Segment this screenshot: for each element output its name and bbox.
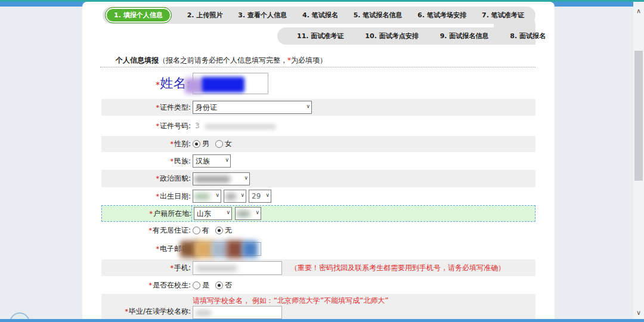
id-number-label: *证件号码:	[101, 121, 191, 131]
form-row-is-student: *是否在校生: 是 否	[101, 277, 535, 293]
redaction-blob	[185, 78, 203, 94]
id-number-value: 3	[195, 122, 200, 130]
student-yes-option: 是	[202, 280, 209, 290]
school-name-hint: 请填写学校全名， 例如：“北京师范大学”不能填写成“北师大”	[193, 296, 389, 305]
chevron-down-icon: ∨	[215, 192, 219, 198]
name-label: *姓名:	[101, 75, 191, 92]
scrollbar-thumb[interactable]	[634, 51, 643, 181]
form-title-main: 个人信息填报	[116, 56, 159, 64]
bottom-accent-bar	[0, 319, 644, 322]
student-no-radio[interactable]	[215, 281, 223, 289]
school-name-input[interactable]	[193, 306, 282, 319]
political-select[interactable]: ∨	[193, 172, 250, 185]
permit-yes-radio[interactable]	[193, 227, 200, 234]
form-row-mobile: *手机: （重要！密码找回及联系考生都需要用到手机号，请务必填写准确）	[101, 259, 535, 276]
step-tabs-row1: 1. 填报个人信息 2. 上传照片 3. 查看个人信息 4. 笔试报名 5. 笔…	[105, 7, 524, 24]
student-no-option: 否	[225, 280, 232, 290]
step-tab-9-interview-signup-info[interactable]: 9. 面试报名信息	[440, 32, 489, 41]
birth-year-select[interactable]: ∨	[193, 190, 221, 203]
gender-label: *性别:	[101, 139, 191, 149]
redaction-blob	[225, 193, 236, 200]
scroll-down-icon[interactable]: ∨	[633, 307, 644, 319]
mobile-warning-note: （重要！密码找回及联系考生都需要用到手机号，请务必填写准确）	[290, 263, 505, 273]
redaction-blob	[205, 124, 276, 129]
top-accent-bar	[0, 0, 644, 2]
ethnic-select[interactable]: 汉族 ∨	[193, 154, 231, 168]
form-row-id-number: *证件号码: 3	[101, 116, 535, 135]
form-title: 个人信息填报（报名之前请务必把个人信息填写完整，*为必填项）	[116, 55, 327, 66]
chevron-down-icon: ∨	[244, 175, 248, 181]
gender-male-radio[interactable]	[193, 140, 200, 148]
name-input[interactable]	[193, 73, 268, 94]
redaction-blob	[242, 241, 258, 258]
mobile-input[interactable]	[193, 261, 282, 275]
step-tab-6-written-exam-venue[interactable]: 6. 笔试考场安排	[417, 11, 466, 20]
birth-day-select[interactable]: 29 ∨	[249, 190, 271, 203]
main-content-card: 1. 填报个人信息 2. 上传照片 3. 查看个人信息 4. 笔试报名 5. 笔…	[82, 2, 555, 319]
residence-permit-label: *有无居住证:	[101, 225, 191, 236]
form-row-birth-date: *出生日期: ∨ ∨ 29 ∨	[101, 188, 535, 205]
step-tab-11-interview-admission-ticket[interactable]: 11. 面试准考证	[297, 32, 343, 41]
page-scrollbar[interactable]: ∧ ∨	[633, 2, 644, 319]
chevron-down-icon: ∨	[226, 209, 230, 215]
step-tab-10-interview-venue[interactable]: 10. 面试考点安排	[365, 32, 418, 41]
form-row-email: *电子邮箱:	[101, 239, 535, 259]
dotted-separator	[100, 67, 535, 67]
redaction-blob	[196, 310, 211, 316]
residence-label: *户籍所在地:	[102, 209, 191, 219]
residence-city-select[interactable]: ∨	[235, 207, 261, 220]
id-type-label: *证件类型:	[101, 103, 191, 113]
form-row-school: *毕业/在读学校名称: 请填写学校全名， 例如：“北京师范大学”不能填写成“北师…	[101, 294, 535, 319]
step-tab-5-written-exam-info[interactable]: 5. 笔试报名信息	[354, 11, 402, 20]
is-student-label: *是否在校生:	[101, 280, 191, 290]
required-star: *	[156, 81, 160, 89]
school-label: *毕业/在读学校名称:	[101, 297, 191, 317]
birth-date-label: *出生日期:	[101, 191, 191, 202]
chevron-down-icon: ∨	[255, 209, 259, 215]
email-label: *电子邮箱:	[101, 244, 191, 254]
personal-info-form: *姓名: *证件类型: 身份证 ∨	[101, 69, 535, 319]
form-row-name: *姓名:	[101, 69, 535, 98]
chevron-down-icon: ∨	[265, 192, 270, 198]
step-tabs-row2: 11. 面试准考证 10. 面试考点安排 9. 面试报名信息 8. 面试报名	[297, 27, 546, 45]
step-tab-3-view-personal-info[interactable]: 3. 查看个人信息	[238, 11, 287, 20]
mobile-label: *手机:	[101, 263, 191, 273]
form-title-note: （报名之前请务必把个人信息填写完整，	[159, 56, 287, 64]
form-row-id-type: *证件类型: 身份证 ∨	[101, 99, 535, 116]
redaction-blob	[194, 176, 230, 182]
step-tab-4-written-exam-signup[interactable]: 4. 笔试报名	[302, 11, 338, 20]
chevron-down-icon: ∨	[225, 157, 229, 163]
form-row-residence-permit: *有无居住证: 有 无	[101, 222, 535, 239]
form-row-political: *政治面貌: ∨	[101, 170, 535, 187]
redaction-blob	[227, 240, 243, 258]
birth-month-select[interactable]: ∨	[224, 190, 246, 203]
chevron-down-icon: ∨	[240, 192, 244, 198]
gender-female-radio[interactable]	[215, 140, 223, 148]
redaction-blob	[194, 193, 210, 200]
student-yes-radio[interactable]	[193, 281, 200, 289]
ethnic-label: *民族:	[101, 156, 191, 166]
form-row-ethnic: *民族: 汉族 ∨	[101, 153, 535, 169]
form-title-note-end: 为必填项）	[291, 56, 327, 64]
political-label: *政治面貌:	[101, 174, 191, 184]
email-input[interactable]	[193, 242, 261, 256]
residence-province-select[interactable]: 山东 ∨	[194, 207, 232, 220]
step-tab-8-interview-signup[interactable]: 8. 面试报名	[510, 32, 546, 41]
step-tab-2-upload-photo[interactable]: 2. 上传照片	[187, 11, 223, 20]
permit-yes-option: 有	[202, 225, 209, 236]
step-tab-1-fill-personal-info[interactable]: 1. 填报个人信息	[105, 7, 172, 23]
step-tab-7-written-admission-ticket[interactable]: 7. 笔试准考证	[482, 11, 524, 20]
form-row-residence: *户籍所在地: 山东 ∨ ∨	[101, 205, 535, 222]
redaction-blob	[196, 265, 237, 271]
form-row-gender: *性别: 男 女	[101, 136, 535, 152]
chevron-down-icon: ∨	[306, 103, 310, 109]
permit-no-radio[interactable]	[215, 227, 223, 234]
gender-female-option: 女	[225, 139, 232, 149]
gender-male-option: 男	[202, 139, 209, 149]
redaction-blob	[202, 77, 244, 92]
id-type-select[interactable]: 身份证 ∨	[193, 101, 312, 114]
redaction-blob	[237, 210, 250, 217]
permit-no-option: 无	[225, 225, 232, 236]
scroll-up-icon[interactable]: ∧	[633, 5, 644, 17]
